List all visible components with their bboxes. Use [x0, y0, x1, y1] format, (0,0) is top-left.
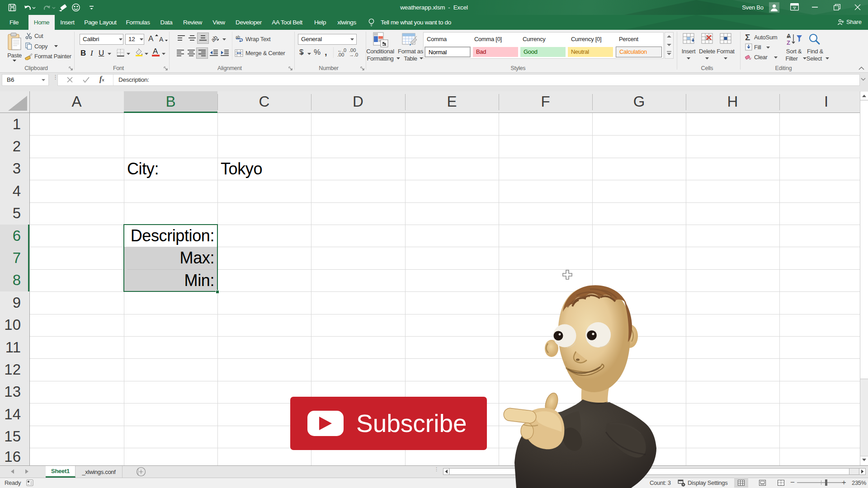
svg-text:A: A [148, 34, 154, 42]
svg-text:A: A [787, 33, 791, 39]
svg-text:A: A [159, 36, 164, 42]
svg-text:ab: ab [211, 34, 219, 42]
svg-text:Z: Z [787, 39, 790, 46]
